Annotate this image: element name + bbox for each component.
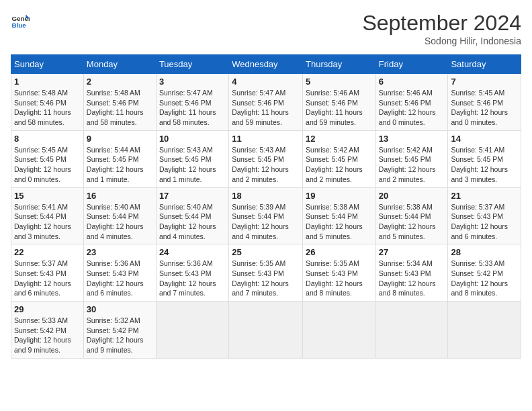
calendar-cell: 22Sunrise: 5:37 AM Sunset: 5:43 PM Dayli… [11,244,84,302]
day-number: 7 [451,77,518,87]
calendar-cell: 7Sunrise: 5:45 AM Sunset: 5:46 PM Daylig… [448,74,521,131]
day-number: 15 [14,191,81,201]
day-info: Sunrise: 5:40 AM Sunset: 5:44 PM Dayligh… [159,202,226,242]
day-info: Sunrise: 5:41 AM Sunset: 5:45 PM Dayligh… [451,145,518,185]
day-info: Sunrise: 5:45 AM Sunset: 5:45 PM Dayligh… [14,145,81,185]
calendar-cell: 30Sunrise: 5:32 AM Sunset: 5:42 PM Dayli… [83,302,156,359]
day-info: Sunrise: 5:46 AM Sunset: 5:46 PM Dayligh… [379,88,445,128]
title-block: September 2024 Sodong Hilir, Indonesia [362,11,521,46]
day-number: 18 [232,191,300,201]
calendar-cell: 21Sunrise: 5:37 AM Sunset: 5:43 PM Dayli… [448,187,521,244]
day-number: 6 [379,77,445,87]
day-info: Sunrise: 5:33 AM Sunset: 5:42 PM Dayligh… [14,316,81,355]
day-info: Sunrise: 5:42 AM Sunset: 5:45 PM Dayligh… [379,145,445,185]
day-number: 2 [87,77,153,87]
day-info: Sunrise: 5:47 AM Sunset: 5:46 PM Dayligh… [232,88,300,128]
calendar-cell: 25Sunrise: 5:35 AM Sunset: 5:43 PM Dayli… [229,244,303,302]
calendar-cell [229,302,303,359]
day-number: 20 [379,191,445,201]
calendar-cell: 24Sunrise: 5:36 AM Sunset: 5:43 PM Dayli… [156,244,228,302]
day-info: Sunrise: 5:39 AM Sunset: 5:44 PM Dayligh… [232,202,300,242]
day-info: Sunrise: 5:32 AM Sunset: 5:42 PM Dayligh… [87,316,153,355]
calendar-cell: 6Sunrise: 5:46 AM Sunset: 5:46 PM Daylig… [375,74,448,131]
day-number: 9 [87,134,153,144]
calendar-cell: 15Sunrise: 5:41 AM Sunset: 5:44 PM Dayli… [11,187,84,244]
day-info: Sunrise: 5:38 AM Sunset: 5:44 PM Dayligh… [306,202,373,242]
calendar-cell [156,302,228,359]
calendar-cell: 18Sunrise: 5:39 AM Sunset: 5:44 PM Dayli… [229,187,303,244]
calendar-cell: 4Sunrise: 5:47 AM Sunset: 5:46 PM Daylig… [229,74,303,131]
month-title: September 2024 [362,11,521,36]
day-info: Sunrise: 5:41 AM Sunset: 5:44 PM Dayligh… [14,202,81,242]
col-header-saturday: Saturday [448,55,521,74]
day-number: 28 [451,247,518,257]
day-info: Sunrise: 5:38 AM Sunset: 5:44 PM Dayligh… [379,202,445,242]
calendar-cell: 10Sunrise: 5:43 AM Sunset: 5:45 PM Dayli… [156,130,228,187]
calendar-cell: 29Sunrise: 5:33 AM Sunset: 5:42 PM Dayli… [11,302,84,359]
day-info: Sunrise: 5:48 AM Sunset: 5:46 PM Dayligh… [87,88,153,128]
calendar-cell: 16Sunrise: 5:40 AM Sunset: 5:44 PM Dayli… [83,187,156,244]
col-header-thursday: Thursday [303,55,376,74]
day-number: 21 [451,191,518,201]
day-number: 12 [306,134,373,144]
calendar-cell: 12Sunrise: 5:42 AM Sunset: 5:45 PM Dayli… [303,130,376,187]
day-number: 13 [379,134,445,144]
day-info: Sunrise: 5:44 AM Sunset: 5:45 PM Dayligh… [87,145,153,185]
day-number: 16 [87,191,153,201]
logo-icon: General Blue [11,11,30,30]
calendar-cell [448,302,521,359]
svg-text:Blue: Blue [11,21,26,29]
calendar-cell [375,302,448,359]
day-info: Sunrise: 5:40 AM Sunset: 5:44 PM Dayligh… [87,202,153,242]
day-info: Sunrise: 5:35 AM Sunset: 5:43 PM Dayligh… [232,259,300,298]
calendar-cell: 17Sunrise: 5:40 AM Sunset: 5:44 PM Dayli… [156,187,228,244]
day-info: Sunrise: 5:42 AM Sunset: 5:45 PM Dayligh… [306,145,373,185]
day-info: Sunrise: 5:48 AM Sunset: 5:46 PM Dayligh… [14,88,81,128]
calendar-cell: 5Sunrise: 5:46 AM Sunset: 5:46 PM Daylig… [303,74,376,131]
calendar-cell: 28Sunrise: 5:33 AM Sunset: 5:42 PM Dayli… [448,244,521,302]
day-number: 8 [14,134,81,144]
calendar-cell: 2Sunrise: 5:48 AM Sunset: 5:46 PM Daylig… [83,74,156,131]
day-number: 25 [232,247,300,257]
day-info: Sunrise: 5:45 AM Sunset: 5:46 PM Dayligh… [451,88,518,128]
calendar-cell: 14Sunrise: 5:41 AM Sunset: 5:45 PM Dayli… [448,130,521,187]
logo: General Blue [11,11,30,30]
calendar-cell: 23Sunrise: 5:36 AM Sunset: 5:43 PM Dayli… [83,244,156,302]
day-number: 27 [379,247,445,257]
day-info: Sunrise: 5:43 AM Sunset: 5:45 PM Dayligh… [232,145,300,185]
day-number: 22 [14,247,81,257]
col-header-wednesday: Wednesday [229,55,303,74]
day-info: Sunrise: 5:37 AM Sunset: 5:43 PM Dayligh… [451,202,518,242]
day-info: Sunrise: 5:37 AM Sunset: 5:43 PM Dayligh… [14,259,81,298]
location-subtitle: Sodong Hilir, Indonesia [362,36,521,46]
calendar-cell [303,302,376,359]
day-number: 14 [451,134,518,144]
day-number: 5 [306,77,373,87]
day-number: 29 [14,304,81,314]
day-info: Sunrise: 5:36 AM Sunset: 5:43 PM Dayligh… [159,259,226,298]
calendar-cell: 13Sunrise: 5:42 AM Sunset: 5:45 PM Dayli… [375,130,448,187]
day-number: 17 [159,191,226,201]
day-info: Sunrise: 5:43 AM Sunset: 5:45 PM Dayligh… [159,145,226,185]
day-number: 23 [87,247,153,257]
day-number: 1 [14,77,81,87]
day-info: Sunrise: 5:33 AM Sunset: 5:42 PM Dayligh… [451,259,518,298]
day-info: Sunrise: 5:36 AM Sunset: 5:43 PM Dayligh… [87,259,153,298]
calendar-cell: 3Sunrise: 5:47 AM Sunset: 5:46 PM Daylig… [156,74,228,131]
calendar-cell: 11Sunrise: 5:43 AM Sunset: 5:45 PM Dayli… [229,130,303,187]
calendar-cell: 8Sunrise: 5:45 AM Sunset: 5:45 PM Daylig… [11,130,84,187]
calendar-table: SundayMondayTuesdayWednesdayThursdayFrid… [11,54,521,359]
day-number: 26 [306,247,373,257]
day-info: Sunrise: 5:46 AM Sunset: 5:46 PM Dayligh… [306,88,373,128]
col-header-tuesday: Tuesday [156,55,228,74]
calendar-cell: 1Sunrise: 5:48 AM Sunset: 5:46 PM Daylig… [11,74,84,131]
calendar-cell: 9Sunrise: 5:44 AM Sunset: 5:45 PM Daylig… [83,130,156,187]
col-header-friday: Friday [375,55,448,74]
day-info: Sunrise: 5:35 AM Sunset: 5:43 PM Dayligh… [306,259,373,298]
page-header: General Blue September 2024 Sodong Hilir… [11,11,521,46]
col-header-sunday: Sunday [11,55,84,74]
calendar-cell: 27Sunrise: 5:34 AM Sunset: 5:43 PM Dayli… [375,244,448,302]
day-number: 4 [232,77,300,87]
calendar-cell: 26Sunrise: 5:35 AM Sunset: 5:43 PM Dayli… [303,244,376,302]
day-number: 30 [87,304,153,314]
